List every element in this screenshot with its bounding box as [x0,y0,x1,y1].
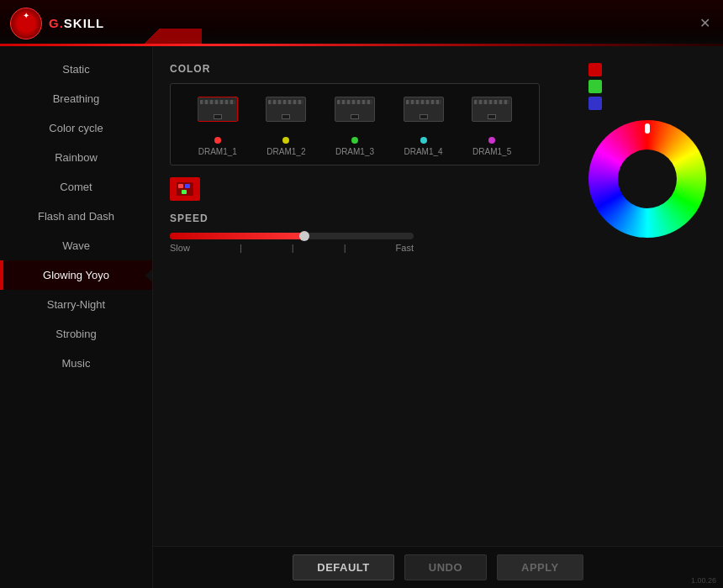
dram-label-5: DRAM1_5 [472,147,511,156]
color-palette-icon [178,184,192,194]
sidebar-item-comet[interactable]: Comet [0,172,152,202]
speed-slow-label: Slow [170,243,190,253]
color-wheel-center [618,150,677,208]
color-swatch-list [588,63,602,110]
ram-stick-2 [266,97,306,122]
dram-dot-5 [488,137,495,144]
main-layout: Static Breathing Color cycle Rainbow Com… [0,46,723,588]
dram-label-1: DRAM1_1 [198,147,237,156]
ram-stick-3 [335,97,375,122]
color-swatch-red[interactable] [588,63,602,76]
close-button[interactable]: ✕ [696,15,713,32]
dram-icon-1 [198,97,238,129]
dram-module-5[interactable]: DRAM1_5 [457,97,526,156]
color-panel [588,63,706,238]
title-bar: G.SKILL ✕ [0,0,723,46]
sidebar-item-color-cycle[interactable]: Color cycle [0,113,152,143]
dram-dot-4 [420,137,427,144]
undo-button[interactable]: UNDO [404,554,487,580]
speed-labels: Slow | | | Fast [170,243,414,253]
color-wheel-gradient[interactable] [588,120,706,238]
ram-stick-5 [472,97,512,122]
svg-rect-2 [182,190,187,194]
sidebar-item-starry-night[interactable]: Starry-Night [0,290,152,319]
sidebar-item-glowing-yoyo[interactable]: Glowing Yoyo [0,260,152,290]
ram-stick-4 [404,97,444,122]
speed-slider-container[interactable] [170,233,706,239]
color-wheel[interactable] [588,120,706,238]
speed-slider-track[interactable] [170,233,414,239]
dram-icon-3 [335,97,375,129]
dram-icon-2 [266,97,306,129]
color-swatch-blue[interactable] [588,97,602,110]
sidebar-item-flash-and-dash[interactable]: Flash and Dash [0,202,152,231]
app-title: G.SKILL [49,16,104,30]
dram-module-2[interactable]: DRAM1_2 [252,97,321,156]
color-icon-button[interactable] [170,177,200,201]
dram-icon-4 [404,97,444,129]
logo-icon [10,8,42,39]
svg-rect-0 [178,184,183,188]
speed-fast-label: Fast [396,243,414,253]
speed-tick-2: | [292,243,294,253]
content-area: COLOR DRAM1_1 DRAM1_2 [153,46,723,588]
sidebar-item-strobing[interactable]: Strobing [0,319,152,349]
title-bar-accent [101,29,202,44]
dram-dot-3 [351,137,358,144]
dram-modules-box: DRAM1_1 DRAM1_2 DRAM1_3 [170,83,540,165]
speed-slider-fill [170,233,304,239]
color-icon-inner [177,182,193,196]
dram-module-3[interactable]: DRAM1_3 [320,97,389,156]
default-button[interactable]: DEFAULT [293,554,393,580]
dram-module-1[interactable]: DRAM1_1 [183,97,252,156]
dram-dot-1 [214,137,221,144]
sidebar-item-breathing[interactable]: Breathing [0,84,152,113]
sidebar: Static Breathing Color cycle Rainbow Com… [0,46,153,588]
speed-tick-1: | [240,243,242,253]
speed-slider-thumb[interactable] [299,231,309,241]
dram-label-4: DRAM1_4 [404,147,443,156]
dram-module-4[interactable]: DRAM1_4 [389,97,458,156]
sidebar-item-music[interactable]: Music [0,349,152,378]
version-text: 1.00.26 [691,576,716,585]
dram-label-2: DRAM1_2 [267,147,305,156]
dram-dot-2 [282,137,289,144]
color-wheel-indicator [645,123,650,134]
speed-tick-3: | [344,243,346,253]
color-swatch-green[interactable] [588,80,602,93]
ram-stick-1 [198,97,238,122]
sidebar-item-static[interactable]: Static [0,55,152,84]
sidebar-item-rainbow[interactable]: Rainbow [0,143,152,172]
dram-icon-5 [472,97,512,129]
sidebar-item-wave[interactable]: Wave [0,231,152,260]
apply-button[interactable]: APPLY [497,554,583,580]
dram-label-3: DRAM1_3 [335,147,374,156]
svg-rect-1 [185,184,190,188]
bottom-bar: DEFAULT UNDO APPLY [153,546,723,588]
